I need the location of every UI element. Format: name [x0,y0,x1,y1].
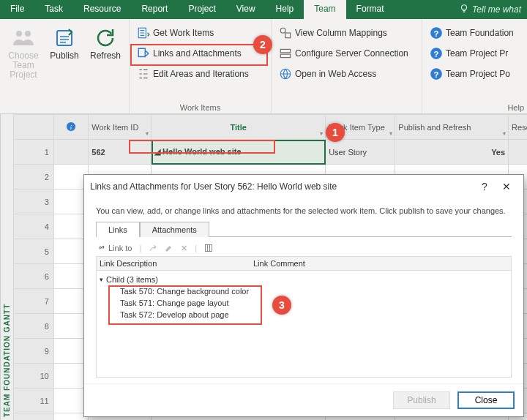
help-icon: ? [430,26,443,40]
chevron-down-icon: ▾ [503,130,506,137]
get-work-items-button[interactable]: Get Work Items [134,23,266,42]
dialog-close-button[interactable]: Close [457,391,515,409]
dialog-link-list[interactable]: ▾ Child (3 items) Task 570: Change backg… [96,271,512,378]
table-cell[interactable]: ◢ Hello World web site [152,140,326,165]
chevron-down-icon: ▾ [389,130,392,137]
link-to-button[interactable]: Link to [97,243,132,253]
svg-rect-9 [280,54,291,58]
tree-child-item[interactable]: Task 572: Develop about page [100,309,508,320]
row-number[interactable]: 4 [14,214,54,239]
dialog-title: Links and Attachments for User Story 562… [90,181,337,192]
row-number[interactable]: 9 [14,339,54,364]
dialog-footer: Publish Close [84,383,523,416]
row-header-corner[interactable] [14,115,54,140]
svg-point-0 [462,4,467,10]
globe-icon [279,67,292,80]
col-resource[interactable]: Resour [509,115,527,140]
group-work-items: Get Work Items Links and Attachments Edi… [130,19,272,113]
dialog-list-header: Link Description Link Comment [96,256,512,271]
row-number[interactable]: 3 [14,190,54,214]
tree-parent-child[interactable]: ▾ Child (3 items) [100,274,508,285]
table-row[interactable]: 1562◢ Hello World web siteUser StoryYesJ… [14,140,528,165]
download-list-icon [137,26,150,40]
tab-file[interactable]: File [0,0,34,19]
table-cell[interactable] [53,140,89,165]
svg-text:?: ? [434,29,439,38]
svg-rect-3 [57,31,72,45]
dialog-help-button[interactable]: ? [474,179,496,194]
tree-parent-label: Child (3 items) [106,275,158,284]
tree-child-item[interactable]: Task 570: Change background color [100,285,508,297]
tab-report[interactable]: Report [131,0,178,19]
svg-point-6 [280,28,285,33]
publish-button[interactable]: Publish [44,23,85,64]
team-foundation-button[interactable]: ? Team Foundation [427,23,523,42]
tab-resource[interactable]: Resource [73,0,131,19]
svg-rect-7 [285,33,291,38]
row-number[interactable]: 7 [14,289,54,314]
col-publish-refresh[interactable]: Publish and Refresh▾ [395,115,509,140]
team-project-pr-button[interactable]: ? Team Project Pr [427,44,523,63]
tab-project[interactable]: Project [178,0,225,19]
tab-team[interactable]: Team [304,0,345,19]
choose-team-project-button[interactable]: Choose Team Project [3,23,44,83]
svg-rect-19 [206,245,212,252]
info-icon: i [66,121,76,132]
row-number[interactable]: 5 [14,239,54,264]
view-column-mappings-label: View Column Mappings [295,28,387,38]
group-team-project: Choose Team Project Publish Refresh [0,19,130,113]
row-number[interactable]: 12 [14,413,54,421]
links-attachments-label: Links and Attachments [153,48,242,59]
dialog-close-x-button[interactable]: ✕ [496,179,517,194]
row-number[interactable]: 8 [14,314,54,339]
annotation-callout-2: 2 [253,35,272,54]
open-web-access-button[interactable]: Open in Web Access [276,64,417,83]
col-title[interactable]: Title▾ [152,115,326,140]
chevron-down-icon: ▾ [146,130,149,137]
open-link-button[interactable] [149,244,157,252]
configure-server-button[interactable]: Configure Server Connection [276,44,417,63]
col-link-description[interactable]: Link Description [100,259,253,268]
collapse-icon[interactable]: ▾ [100,276,103,283]
tab-format[interactable]: Format [346,0,395,19]
people-icon [12,26,35,50]
team-project-po-button[interactable]: ? Team Project Po [427,64,523,83]
table-cell[interactable]: Yes [395,140,509,165]
table-cell[interactable]: Jan [509,140,527,165]
svg-text:?: ? [434,50,439,59]
tell-me-input[interactable]: Tell me what [453,0,527,19]
group-server: View Column Mappings Configure Server Co… [272,19,422,113]
dialog-title-bar[interactable]: Links and Attachments for User Story 562… [84,175,523,198]
row-number[interactable]: 2 [14,165,54,190]
dialog-publish-button[interactable]: Publish [393,391,450,409]
group-right: ? Team Foundation ? Team Project Pr ? Te… [422,19,527,113]
row-number[interactable]: 11 [14,389,54,413]
col-work-item-id[interactable]: Work Item ID▾ [89,115,152,140]
tab-attachments[interactable]: Attachments [140,222,209,237]
tab-links[interactable]: Links [96,222,140,237]
row-number[interactable]: 6 [14,264,54,289]
tab-task[interactable]: Task [34,0,73,19]
row-number[interactable]: 1 [14,140,54,165]
dialog-tabs: Links Attachments [96,222,512,237]
tab-help[interactable]: Help [266,0,304,19]
col-info[interactable]: i [53,115,89,140]
tree-child-item[interactable]: Task 571: Change page layout [100,297,508,309]
edit-areas-label: Edit Areas and Iterations [153,69,249,79]
refresh-button[interactable]: Refresh [85,23,126,64]
links-attachments-button[interactable]: Links and Attachments [134,44,266,63]
annotation-callout-1: 1 [326,123,345,142]
edit-link-button[interactable] [165,244,173,252]
edit-areas-button[interactable]: Edit Areas and Iterations [134,64,266,83]
view-column-mappings-button[interactable]: View Column Mappings [276,23,417,42]
table-cell[interactable]: 562 [89,140,152,165]
columns-button[interactable] [204,244,213,252]
col-link-comment[interactable]: Link Comment [253,259,305,268]
svg-text:?: ? [434,70,439,79]
table-cell[interactable]: User Story [326,140,395,165]
delete-link-button[interactable]: ✕ [181,244,187,253]
row-number[interactable]: 10 [14,364,54,389]
chevron-down-icon: ▾ [320,130,323,137]
tab-view[interactable]: View [226,0,266,19]
help-icon: ? [430,67,443,80]
